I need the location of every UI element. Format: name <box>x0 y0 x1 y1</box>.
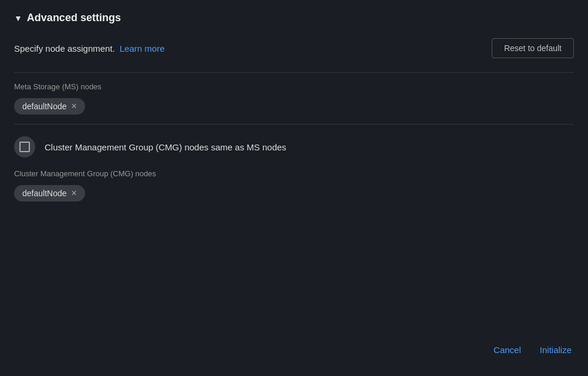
cmg-checkbox-wrapper[interactable] <box>14 136 35 157</box>
ms-node-tag-close[interactable]: × <box>72 102 77 111</box>
cmg-node-tag-close[interactable]: × <box>72 189 77 198</box>
cmg-nodes-subsection: Cluster Management Group (CMG) nodes def… <box>14 169 574 202</box>
ms-node-tag-value: defaultNode <box>22 102 67 111</box>
learn-more-link[interactable]: Learn more <box>120 43 165 53</box>
page-container: ▼ Advanced settings Specify node assignm… <box>0 0 588 376</box>
ms-nodes-section: Meta Storage (MS) nodes defaultNode × <box>14 72 574 124</box>
ms-nodes-label: Meta Storage (MS) nodes <box>14 82 574 91</box>
section-title: Advanced settings <box>27 12 121 24</box>
cmg-checkbox[interactable] <box>19 142 30 152</box>
node-assignment-row: Specify node assignment. Learn more Rese… <box>14 38 574 58</box>
footer: Cancel Initialize <box>14 331 574 364</box>
cmg-checkbox-row: Cluster Management Group (CMG) nodes sam… <box>14 136 574 157</box>
chevron-icon[interactable]: ▼ <box>14 14 22 23</box>
cmg-nodes-label: Cluster Management Group (CMG) nodes <box>14 169 574 178</box>
cancel-button[interactable]: Cancel <box>491 340 523 360</box>
initialize-button[interactable]: Initialize <box>538 340 574 360</box>
cmg-section: Cluster Management Group (CMG) nodes sam… <box>14 124 574 211</box>
section-header: ▼ Advanced settings <box>14 12 574 24</box>
cmg-node-tag: defaultNode × <box>14 185 85 202</box>
cmg-label: Cluster Management Group (CMG) nodes sam… <box>45 142 286 152</box>
node-assignment-text: Specify node assignment. Learn more <box>14 43 165 53</box>
cmg-node-tag-value: defaultNode <box>22 189 67 198</box>
node-assignment-label: Specify node assignment. <box>14 43 115 53</box>
reset-to-default-button[interactable]: Reset to default <box>492 38 574 58</box>
ms-node-tag: defaultNode × <box>14 98 85 115</box>
